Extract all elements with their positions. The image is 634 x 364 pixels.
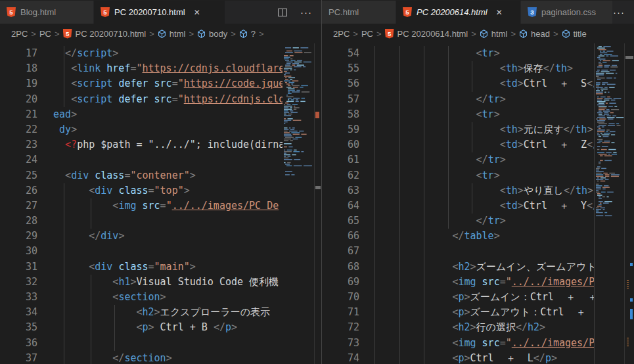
- editor-actions-button[interactable]: ···: [300, 7, 312, 18]
- line-number: 58: [322, 107, 369, 122]
- minimap[interactable]: [594, 43, 624, 364]
- code-line[interactable]: 33 <section>: [0, 290, 283, 305]
- code-line[interactable]: 28: [0, 214, 283, 229]
- breadcrumb-item-pc-20200710-html[interactable]: 5PC 20200710.html: [63, 29, 147, 39]
- line-number: 35: [0, 320, 47, 335]
- breadcrumb-item-item[interactable]: ?: [239, 29, 256, 39]
- editor-actions-button[interactable]: ···: [613, 7, 625, 18]
- breadcrumb-item-2pc[interactable]: 2PC: [333, 29, 350, 39]
- line-number: 63: [322, 183, 369, 198]
- code-line[interactable]: 37 </section>: [0, 351, 283, 364]
- line-number: 22: [0, 122, 47, 137]
- line-number: 61: [322, 152, 369, 168]
- tab-blog-html[interactable]: 5Blog.html: [0, 1, 94, 24]
- code-line[interactable]: 58 <tr>: [322, 107, 595, 122]
- code-line[interactable]: 31 <div class="main">: [0, 260, 283, 275]
- tab-pc-html[interactable]: PC.html: [322, 1, 396, 24]
- code-line[interactable]: 63 <th>やり直し</th>: [322, 183, 595, 198]
- tab-pc-20200614-html[interactable]: 5PC 20200614.html✕: [396, 1, 521, 24]
- code-line[interactable]: 34 <h2>エクスプローラーの表示: [0, 305, 283, 320]
- code-line[interactable]: 57 </tr>: [322, 92, 595, 107]
- code-line[interactable]: 17 </script>: [0, 46, 283, 61]
- tab-pc-20200710-html[interactable]: 5PC 20200710.html✕: [94, 1, 225, 24]
- tab-label: Blog.html: [20, 7, 56, 17]
- tab-pagination-css[interactable]: 3pagination.css: [521, 1, 613, 24]
- line-number: 54: [322, 46, 369, 61]
- overview-ruler-mark: [627, 338, 629, 347]
- code-line[interactable]: 55 <th>保存</th>: [322, 61, 595, 76]
- line-number: 62: [322, 168, 369, 183]
- line-number: 69: [322, 275, 369, 290]
- code-line[interactable]: 18 <link href="https://cdnjs.cloudflare: [0, 61, 283, 76]
- breadcrumb-separator: >: [376, 29, 382, 39]
- breadcrumb-item-pc[interactable]: PC: [361, 29, 373, 39]
- code-line[interactable]: 20 <script defer src="https://cdnjs.clo: [0, 92, 283, 107]
- code-line[interactable]: 61 </tr>: [322, 152, 595, 168]
- code-line[interactable]: 60 <td>Ctrl ＋ Z</td>: [322, 137, 595, 152]
- code-line[interactable]: 36: [0, 336, 283, 351]
- split-editor-button[interactable]: [278, 9, 287, 16]
- vertical-scrollbar[interactable]: [624, 43, 634, 364]
- code-line[interactable]: 66 </table>: [322, 229, 595, 244]
- breadcrumb-item-head[interactable]: head: [519, 29, 550, 39]
- breadcrumb-item-html[interactable]: html: [158, 29, 186, 39]
- tab-bar: PC.html5PC 20200614.html✕3pagination.css…: [322, 0, 634, 24]
- code-line[interactable]: 59 <th>元に戻す</th>: [322, 122, 595, 137]
- close-icon[interactable]: ✕: [194, 8, 200, 17]
- line-number: 20: [0, 92, 47, 107]
- editor-group-divider[interactable]: [321, 0, 322, 364]
- code-line[interactable]: 25 <div class="contener">: [0, 168, 283, 183]
- html5-icon: 5: [7, 7, 16, 17]
- breadcrumb-item-2pc[interactable]: 2PC: [11, 29, 28, 39]
- breadcrumb-separator: >: [353, 29, 358, 39]
- code-line[interactable]: 24: [0, 152, 283, 168]
- code-line[interactable]: 54 <tr>: [322, 46, 595, 61]
- code-line[interactable]: 35 <p> Ctrl + B </p>: [0, 320, 283, 335]
- breadcrumb-item-title[interactable]: title: [562, 29, 587, 39]
- breadcrumb-item-body[interactable]: body: [197, 29, 227, 39]
- split-editor-icon: [278, 9, 287, 16]
- code-line[interactable]: 74 <p>Ctrl ＋ L</p>: [322, 351, 595, 364]
- breadcrumb-separator: >: [31, 29, 36, 39]
- code-line[interactable]: 26 <div class="top">: [0, 183, 283, 198]
- code-line[interactable]: 29 </div>: [0, 229, 283, 244]
- vertical-scrollbar[interactable]: [314, 43, 321, 364]
- line-number: 24: [0, 152, 47, 168]
- minimap-canvas: [595, 43, 625, 364]
- tab-label: PC.html: [328, 7, 359, 17]
- code-line[interactable]: 65 </tr>: [322, 214, 595, 229]
- line-number: 68: [322, 260, 369, 275]
- html5-icon: 5: [101, 7, 110, 17]
- code-line[interactable]: 19 <script defer src="https://code.jquer…: [0, 76, 283, 91]
- overview-ruler-mark: [627, 280, 629, 289]
- breadcrumb-item-pc-20200614-html[interactable]: 5PC 20200614.html: [385, 29, 468, 39]
- code-line[interactable]: 68 <h2>ズームイン、ズームアウト: [322, 260, 595, 275]
- code-line[interactable]: 69 <img src="../../images/PC: [322, 275, 595, 290]
- code-line[interactable]: 22 dy>: [0, 122, 283, 137]
- code-line[interactable]: 21 ead>: [0, 107, 283, 122]
- code-line[interactable]: 62 <tr>: [322, 168, 595, 183]
- breadcrumb-item-pc[interactable]: PC: [39, 29, 51, 39]
- code-line[interactable]: 70 <p>ズームイン：Ctrl ＋ ＋: [322, 290, 595, 305]
- line-number: 73: [322, 336, 369, 351]
- breadcrumb-separator: >: [189, 29, 194, 39]
- close-icon[interactable]: ✕: [496, 8, 503, 17]
- code-line[interactable]: 72 <h2>行の選択</h2>: [322, 320, 595, 335]
- symbol-icon: [519, 30, 528, 38]
- code-line[interactable]: 27 <img src="../../images/PC De: [0, 198, 283, 214]
- breadcrumb-item-html[interactable]: html: [480, 29, 508, 39]
- code-line[interactable]: 71 <p>ズームアウト：Ctrl ＋: [322, 305, 595, 320]
- code-line[interactable]: 23 <?php $path = "../../"; include(dirna…: [0, 137, 283, 152]
- line-number: 66: [322, 229, 369, 244]
- scrollbar-thumb[interactable]: [315, 186, 321, 189]
- minimap[interactable]: [283, 43, 314, 364]
- code-line[interactable]: 73 <img src="../../images/PC: [322, 336, 595, 351]
- code-line[interactable]: 64 <td>Ctrl ＋ Y</td>: [322, 198, 595, 214]
- code-line[interactable]: 30: [0, 244, 283, 259]
- code-line[interactable]: 56 <td>Ctrl ＋ S</td>: [322, 76, 595, 91]
- breadcrumb-separator: >: [149, 29, 154, 39]
- scrollbar-thumb[interactable]: [625, 56, 633, 59]
- vscode-window: 5Blog.html5PC 20200710.html✕··· 2PC>PC>5…: [0, 0, 634, 364]
- code-line[interactable]: 32 <h1>Visual Studio Code 便利機: [0, 275, 283, 290]
- code-line[interactable]: 67: [322, 244, 595, 259]
